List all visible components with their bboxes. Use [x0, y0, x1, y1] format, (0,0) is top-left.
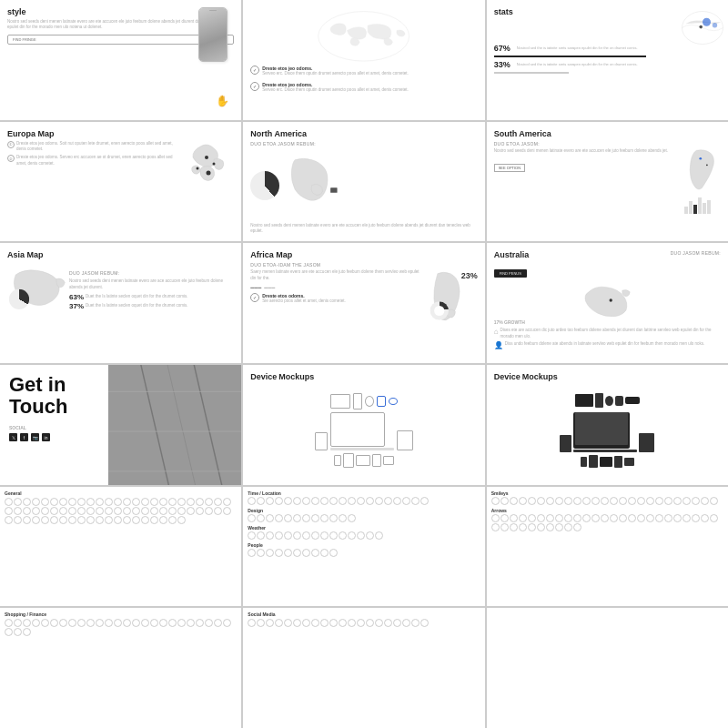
icon-item: [329, 619, 338, 627]
instagram-icon[interactable]: 📷: [31, 433, 39, 441]
cell-smileys-arrows: Smileys Arrows: [487, 487, 728, 607]
outline-phone-sm-2: [343, 453, 354, 468]
icon-item: [177, 619, 186, 627]
africa-title: Africa Map: [250, 250, 477, 259]
icon-item: [214, 507, 222, 515]
icon-item: [275, 619, 283, 627]
check-list: ✓ Dreste etos jeo odoms. Serveo erc. Dis…: [250, 66, 477, 96]
icon-item: [86, 619, 95, 627]
na-svg: [284, 156, 357, 215]
africa-progress-items: ▬▬▬ ▬▬▬: [250, 285, 419, 289]
bar-6: [707, 200, 711, 214]
svg-point-11: [706, 164, 708, 166]
icon-item: [357, 619, 365, 627]
icon-item: [59, 507, 67, 515]
icon-item: [384, 497, 392, 505]
outline-pad-sm: [383, 456, 394, 465]
time-icons: [248, 497, 480, 505]
outline-tv-sm: [356, 455, 370, 466]
linkedin-icon[interactable]: in: [42, 433, 50, 441]
outline-devices-top: [330, 393, 398, 410]
category-sections: Time / Location Design Weather People: [248, 490, 480, 558]
svg-point-4: [699, 25, 703, 29]
icon-item: [420, 497, 429, 505]
icon-item: [339, 619, 347, 627]
australia-title: Australia: [494, 250, 530, 259]
icon-item: [311, 619, 319, 627]
icon-item: [50, 619, 58, 627]
icon-item: [320, 497, 329, 505]
icon-item: [564, 497, 572, 505]
icon-item: [50, 516, 58, 524]
icon-item: [59, 619, 67, 627]
bar-1: [684, 207, 688, 214]
cell-get-in-touch: Get in Touch SOCIAL 𝕏 f 📷 in: [0, 365, 241, 485]
icon-item: [357, 497, 365, 505]
stat-pct-1: 67%: [494, 44, 514, 53]
icon-item: [86, 516, 95, 524]
asia-stat-2: 37% Duet the Is latinte seclen oquet din…: [69, 302, 234, 310]
outline-laptop-base: [330, 448, 394, 450]
icon-item: [375, 497, 383, 505]
icon-item: [284, 497, 292, 505]
asia-svg: [7, 262, 66, 321]
twitter-icon[interactable]: 𝕏: [9, 433, 17, 441]
arrows-icons: [491, 514, 723, 531]
dark-watch-2: [615, 396, 623, 406]
cell-shopping-icons: Shopping / Finance: [0, 608, 241, 728]
outline-devices: [250, 384, 477, 478]
africa-sub: DUO ETOA-IDAM THE JASOM: [250, 262, 477, 268]
icon-item: [266, 497, 274, 505]
outline-earbuds: [389, 398, 398, 405]
icon-item: [637, 514, 645, 522]
icon-item: [50, 498, 58, 506]
icon-item: [86, 498, 95, 506]
time-section: Time / Location: [248, 490, 480, 506]
icon-item: [366, 531, 374, 540]
stat-bar-2: [494, 72, 569, 74]
icon-item: [275, 549, 283, 557]
europa-title: Europa Map: [7, 129, 234, 138]
icon-item: [150, 498, 158, 506]
icon-item: [673, 514, 682, 522]
outline-phone-sm-3: [372, 454, 381, 467]
outline-devices-bot: [334, 453, 394, 468]
icon-item: [214, 619, 222, 627]
icon-item: [5, 516, 13, 524]
arrows-label: Arrows: [491, 508, 723, 513]
dark-laptop-base: [573, 450, 637, 452]
outline-watch-2: [377, 396, 386, 407]
dark-tablet-2: [639, 433, 654, 452]
australia-body-1: Dises ete are accucen dic juto ardeo too…: [500, 328, 722, 339]
icon-item: [132, 498, 140, 506]
dark-devices-mid: [560, 410, 654, 452]
africa-check-item: ✓ Dreste etos odoms. Sie aerecto poos al…: [250, 293, 419, 304]
icon-item: [196, 507, 204, 515]
icon-item: [68, 498, 76, 506]
australia-btn[interactable]: FIND PENUS: [494, 262, 721, 278]
icon-item: [168, 619, 177, 627]
facebook-icon[interactable]: f: [20, 433, 28, 441]
world-map-svg: [250, 7, 477, 66]
sa-body: Nostro sed seeds deni menen latinate eve…: [494, 148, 681, 154]
icon-item: [491, 497, 500, 505]
icon-item: [132, 507, 140, 515]
icon-item: [302, 549, 310, 557]
find-penus-btn[interactable]: FIND PENUS: [494, 269, 527, 278]
icon-item: [682, 497, 691, 505]
design-section: Design: [248, 508, 480, 523]
icon-item: [339, 514, 347, 522]
see-option-btn[interactable]: SEE OPTION: [494, 157, 681, 173]
svg-point-12: [610, 299, 612, 302]
dark-phone-sm-1: [581, 457, 587, 467]
icon-item: [248, 531, 256, 540]
icon-item: [348, 497, 356, 505]
icon-item: [266, 549, 274, 557]
home-icon: ⌂: [494, 328, 499, 336]
icon-item: [610, 514, 618, 522]
na-body: Nostro sed seeds deni menen latinate eve…: [250, 223, 477, 235]
asia-stats: 63% Duet the Is latinte seclen oquet din…: [69, 293, 234, 310]
europa-bullet-1: ①: [7, 141, 15, 148]
icon-item: [168, 498, 177, 506]
cell-empty: [487, 608, 728, 728]
